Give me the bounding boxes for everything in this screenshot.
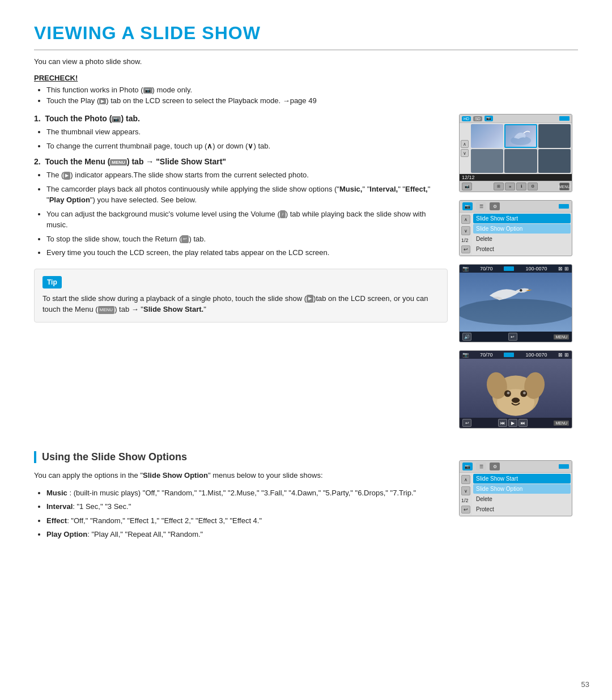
sd-icon: SD [473, 116, 482, 121]
step-2-bullet-1: The (▶) indicator appears.The slide show… [46, 169, 448, 181]
menu-nav-down-2[interactable]: ∨ [461, 486, 470, 495]
section2-right: 📷 ☰ ⚙ ∧ ∨ 1/2 ↩ Slide Show Start Slide S… [459, 438, 578, 543]
thumb-5 [504, 149, 537, 173]
volume-btn[interactable]: 🔊 [462, 333, 471, 341]
bird-time: 100-0070 [525, 266, 547, 271]
menu-delete-1[interactable]: Delete [473, 234, 571, 244]
step-1-bullets: The thumbnail view appears. To change th… [34, 126, 448, 151]
section2-title: Using the Slide Show Options [34, 451, 448, 463]
menu-slide-show-option-1[interactable]: Slide Show Option [473, 224, 571, 234]
menu-slide-show-option-2[interactable]: Slide Show Option [473, 484, 571, 494]
menu-items-1: Slide Show Start Slide Show Option Delet… [472, 213, 572, 256]
dog-photo-icon: 📷 [462, 352, 469, 358]
menu-nav-up-2[interactable]: ∧ [461, 475, 470, 484]
photo-icon: 📷 [484, 116, 493, 121]
menu-nav-up[interactable]: ∧ [461, 215, 470, 224]
menu-nav-1: ∧ ∨ 1/2 ↩ [460, 213, 472, 256]
option-interval: Interval: "1 Sec," "3 Sec." [46, 501, 448, 512]
menu-nav-2: ∧ ∨ 1/2 ↩ [460, 473, 472, 516]
menu-slide-show-start-2[interactable]: Slide Show Start [473, 474, 571, 483]
left-column: 1. Touch the Photo (📷) tab. The thumbnai… [34, 114, 448, 429]
step-2-bullet-2: The camcorder plays back all photos cont… [46, 184, 448, 206]
nav-up[interactable]: ∧ [461, 140, 469, 148]
bird-icons: ⊠ ⊞ [558, 266, 569, 271]
step-2-bullets: The (▶) indicator appears.The slide show… [34, 169, 448, 258]
menu-tab-2: ☰ [476, 463, 486, 470]
settings-icon: ⚙ [528, 183, 538, 190]
play-btn[interactable]: ▶ [508, 419, 517, 427]
photo-tab-2: 📷 [462, 463, 473, 470]
dog-menu-label[interactable]: MENU [554, 421, 569, 426]
back-btn[interactable]: ↩ [508, 333, 517, 341]
menu-slide-show-start-1[interactable]: Slide Show Start [473, 214, 571, 223]
menu-btn[interactable]: MENU [559, 183, 570, 190]
step-1-header: 1. Touch the Photo (📷) tab. [34, 114, 448, 123]
dog-main [460, 359, 572, 418]
svg-point-13 [512, 398, 520, 403]
svg-point-2 [460, 299, 572, 325]
menu-label[interactable]: MENU [554, 334, 569, 340]
menu-items-2: Slide Show Start Slide Show Option Delet… [472, 473, 572, 516]
gear-tab: ⚙ [490, 202, 500, 210]
step-2-bullet-5: Every time you touch the LCD screen, the… [46, 247, 448, 258]
tip-text: To start the slide show during a playbac… [42, 293, 439, 315]
thumb-counter: 12/12 [460, 174, 572, 181]
dog-back-btn[interactable]: ↩ [462, 419, 471, 427]
menu-screen-2: 📷 ☰ ⚙ ∧ ∨ 1/2 ↩ Slide Show Start Slide S… [459, 460, 572, 516]
right-column: HD SD 📷 ∧ ∨ [459, 114, 578, 429]
precheck-item-1: This function works in Photo (📷) mode on… [46, 86, 578, 94]
bird-screen: 📷 70/70 100-0070 ⊠ ⊞ [459, 264, 572, 342]
hd-icon: HD [462, 116, 471, 121]
info-icon: ℹ [516, 183, 526, 190]
menu-back-1[interactable]: ↩ [461, 245, 470, 253]
nav-down[interactable]: ∨ [461, 149, 469, 157]
intro-text: You can view a photo slide show. [34, 57, 578, 66]
precheck-list: This function works in Photo (📷) mode on… [34, 86, 578, 105]
battery-2 [559, 204, 569, 209]
thumbnail-screen: HD SD 📷 ∧ ∨ [459, 114, 572, 192]
skip-back-btn[interactable]: ⏮ [498, 419, 507, 427]
menu-counter-2: 1/2 [461, 498, 470, 503]
page-number: 53 [581, 680, 589, 689]
tip-box: Tip To start the slide show during a pla… [34, 269, 448, 323]
step-2: 2. Touch the Menu (MENU) tab → "Slide Sh… [34, 157, 448, 258]
bird-main [460, 273, 572, 332]
bird-battery [504, 266, 514, 271]
precheck-item-2: Touch the Play (▶) tab on the LCD screen… [46, 96, 578, 105]
menu-counter-1: 1/2 [461, 237, 470, 243]
bird-photo-icon: 📷 [462, 266, 469, 271]
page-title: VIEWING A SLIDE SHOW [34, 23, 578, 50]
menu-protect-2[interactable]: Protect [473, 504, 571, 514]
thumb-nav: ∧ ∨ [460, 123, 470, 174]
photo-tab: 📷 [462, 202, 473, 210]
svg-point-3 [520, 289, 522, 292]
dog-topbar: 📷 70/70 100-0070 ⊠ ⊞ [460, 351, 572, 359]
thumb-bottombar: 📷 ⊞ ≡ ℹ ⚙ MENU [460, 181, 572, 192]
menu-nav-down[interactable]: ∨ [461, 226, 470, 235]
step-1: 1. Touch the Photo (📷) tab. The thumbnai… [34, 114, 448, 151]
thumb-3 [538, 124, 571, 148]
svg-point-11 [507, 392, 510, 394]
thumb-images [470, 123, 572, 174]
skip-fwd-btn[interactable]: ⏭ [518, 419, 528, 427]
menu-body-1: ∧ ∨ 1/2 ↩ Slide Show Start Slide Show Op… [460, 213, 572, 256]
step-1-bullet-1: The thumbnail view appears. [46, 126, 448, 138]
step-2-bullet-3: You can adjust the background music's vo… [46, 209, 448, 231]
step-2-bullet-4: To stop the slide show, touch the Return… [46, 234, 448, 245]
bottom-section: Using the Slide Show Options You can app… [34, 438, 578, 543]
bird-counter: 70/70 [480, 266, 493, 271]
thumb-6 [538, 149, 571, 173]
dog-bottombar: ↩ ⏮ ▶ ⏭ MENU [460, 418, 572, 428]
options-list: Music : (built-in music plays) "Off," "R… [34, 487, 448, 540]
menu-delete-2[interactable]: Delete [473, 494, 571, 504]
gear-tab-2: ⚙ [490, 463, 500, 470]
camera-icon: 📷 [462, 183, 472, 190]
precheck-label: PRECHECK! [34, 74, 578, 82]
dog-counter: 70/70 [480, 352, 493, 358]
menu-back-2[interactable]: ↩ [461, 506, 470, 514]
bird-bottombar: 🔊 ↩ MENU [460, 332, 572, 342]
dog-time: 100-0070 [525, 352, 547, 358]
thumb-4 [471, 149, 503, 173]
grid-icon: ⊞ [494, 183, 504, 190]
menu-protect-1[interactable]: Protect [473, 244, 571, 254]
